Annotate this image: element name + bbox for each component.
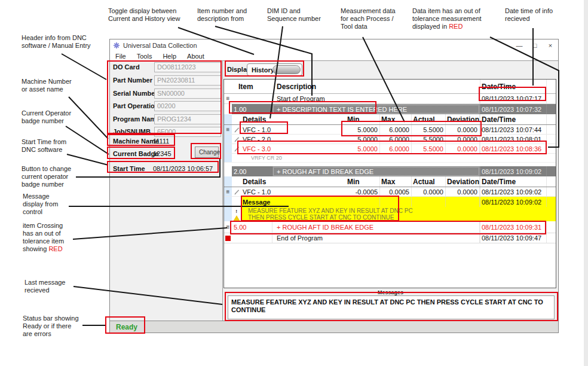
details-header: Details [241,176,346,187]
callout-current-operator: Current Operatorbadge number [22,109,71,125]
message-line: MEASURE FEATURE XYZ AND KEY IN RESULT AT… [248,208,556,214]
window-main: DO CardDO08112023Part NumberPN20230811Se… [110,61,558,321]
measurement-row[interactable]: ≡VFC - 1.0-0.00050.00050.00000.000008/11… [224,187,556,197]
edit-icon [233,145,240,152]
min-cell [346,197,380,207]
row-gutter [224,135,232,144]
measurement-row[interactable]: ≡VFC - 1.05.00006.00005.50000.000008/11/… [224,125,556,135]
maximize-icon[interactable]: □ [527,42,543,49]
change-badge-button[interactable]: Change [195,147,219,158]
detail-subheader-row: DetailsMinMaxActualDeviationDate/Time [224,176,556,187]
message-header-row[interactable]: Message08/11/2023 10:09:02 [224,197,556,207]
spacer-cell [546,135,556,144]
field-input-serial-number[interactable]: SN00000 [154,89,221,99]
row-gutter [224,104,232,114]
max-header: Max [380,114,412,124]
display-toggle[interactable]: History [247,63,302,76]
callout-item-number: Item number anddescription from [197,7,247,23]
spacer-cell [546,104,556,114]
menu-item-file[interactable]: File [110,53,131,60]
datetime-cell: 08/11/2023 10:09:47 [480,233,546,243]
measurement-row[interactable]: VFC - 3.05.00006.00005.50000.000008/11/2… [224,144,556,154]
min-cell: 5.0000 [346,125,380,134]
line-header-info [62,54,106,80]
datetime-cell: 08/11/2023 10:09:02 [480,197,546,207]
edit-icon-cell [232,125,241,134]
menu-item-help[interactable]: Help [157,53,182,60]
display-row: Display History [223,61,558,79]
field-input-part-operation[interactable]: 00200 [154,101,221,111]
field-input-do-card[interactable]: DO08112023 [154,62,221,72]
message-label: Message [241,197,346,207]
row-handle-icon[interactable]: ≡ [226,224,230,230]
minimize-icon[interactable]: — [512,42,527,49]
icon-cell [232,114,241,124]
datetime-cell: 08/11/2023 10:09:02 [480,187,546,196]
callout-line-text: item Crossing [23,222,64,230]
icon-cell [232,154,241,162]
table-row[interactable]: End of Program08/11/2023 10:09:47 [224,233,556,243]
icon-cell [232,176,241,187]
callout-line-text: DNC software [22,146,66,154]
callout-line-text: Data item has an out of [412,7,482,15]
current-badge-value: 12345 [153,150,172,157]
callout-line-text: Button to change [22,165,71,173]
callout-line-text: Start Time from [22,138,66,146]
spacer-cell [546,166,556,176]
menu-item-about[interactable]: About [182,53,210,60]
callout-line-text: Current Operator [22,109,71,117]
description-cell: Start of Program [272,94,480,103]
callout-line-text: Date time of info [505,7,553,15]
close-icon[interactable]: × [543,42,558,49]
actual-cell: 5.5000 [412,135,446,144]
max-cell: 6.0000 [380,144,412,153]
max-header: Max [380,176,412,187]
min-header: Min [346,176,380,187]
callout-measurement-data: Measurement datafor each Process /Tool d… [341,7,396,30]
app-icon [113,42,120,49]
table-row[interactable]: ≡5.00+ ROUGH AFT ID BREAK EDGE08/11/2023… [224,221,556,233]
details-header: Details [241,114,346,124]
group-band-row[interactable]: 2.00+ ROUGH AFT ID BREAK EDGE08/11/2023 … [224,166,556,176]
deviation-cell: 0.0000 [446,187,480,196]
callout-message-display: Messagedisplay fromcontrol [23,193,58,216]
detail-subheader-row: DetailsMinMaxActualDeviationDate/Time [224,114,556,125]
edit-icon-cell [232,135,241,144]
callout-line-text: tolerance measurement [412,15,482,23]
toggle-knob[interactable] [272,65,301,74]
group-band-row[interactable]: 1.00+ DESCRIPTION TEXT IS ENTERED HERE08… [224,104,556,114]
measurement-row[interactable]: VFC - 2.05.00006.00005.50000.000008/11/2… [224,135,556,144]
row-handle-icon[interactable]: ≡ [226,127,230,133]
spacer-cell [546,233,556,243]
dim-id-cell: VFC - 1.0 [241,187,346,196]
spacer-cell [546,144,556,153]
field-label-do-card: DO Card [113,63,140,71]
datetime-cell: 08/11/2023 10:07:44 [480,125,546,134]
datetime-header: Date/Time [480,176,546,187]
table-row[interactable]: ≡Start of Program08/11/2023 10:07:17 [224,94,556,104]
row-handle-icon[interactable]: ≡ [226,96,230,102]
callout-line-text: has an out of [23,230,64,237]
field-label-program-name: Program Name [113,115,160,123]
field-input-part-number[interactable]: PN20230811 [154,75,221,86]
line-machine-number [69,97,108,139]
field-input-program-name[interactable]: PROG1234 [154,114,221,124]
spacer-cell [546,114,556,124]
min-header: Min [346,114,380,124]
field-input-job-snumb[interactable]: 6F000 [154,127,221,137]
edit-icon [233,188,240,196]
callout-line-text: control [23,208,58,216]
deviation-cell [446,197,480,207]
callout-line-text: Machine Number [22,78,72,86]
menu-item-tools[interactable]: Tools [131,53,158,60]
row-gutter [224,114,232,124]
callout-line-text: are errors [23,330,79,338]
machine-name-row: Machine Name 11111 [110,136,222,146]
callout-line-text: Last message [24,279,65,286]
callout-toggle-display: Toggle display betweenCurrent and Histor… [108,7,180,23]
row-handle-icon[interactable]: ≡ [226,189,230,195]
deviation-cell: 0.0000 [446,125,480,134]
edit-icon [233,136,240,143]
spacer-cell [546,176,556,187]
header-field-row: DO CardDO08112023 [110,62,222,72]
